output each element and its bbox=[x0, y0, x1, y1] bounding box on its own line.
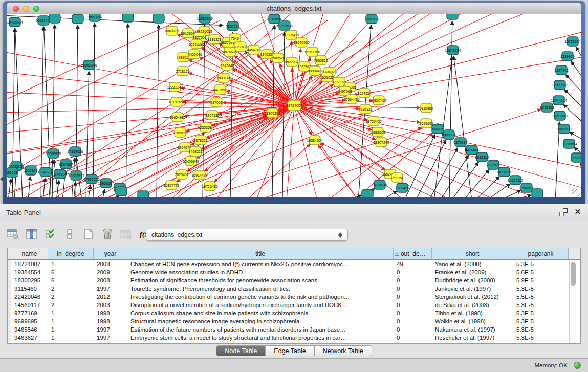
cell-short: Yano et al. (2008) bbox=[432, 260, 513, 268]
graph-node-label: 16033809 bbox=[197, 17, 212, 20]
cell-name: 14569117 bbox=[11, 301, 48, 309]
network-canvas[interactable]: 1872400718300295193845548860123891295518… bbox=[7, 14, 581, 197]
graph-node-label: 917003 bbox=[210, 101, 222, 104]
black-edge bbox=[429, 148, 458, 197]
cell-in_degree: 1 bbox=[48, 317, 94, 325]
graph-node-label: 8990448 bbox=[308, 69, 321, 73]
graph-node-label: 8822037 bbox=[285, 60, 298, 64]
graph-node-label: 12942737 bbox=[37, 170, 53, 174]
graph-node-label: 1145194 bbox=[53, 172, 67, 176]
column-header-pagerank[interactable]: pagerank bbox=[513, 248, 569, 259]
column-header-out_degree[interactable]: △out_de… bbox=[394, 248, 432, 259]
table-row[interactable]: 911546021997Tourette syndrome. Phenomeno… bbox=[8, 285, 580, 293]
cell-rowstrip bbox=[8, 260, 11, 268]
graph-node[interactable] bbox=[153, 14, 164, 23]
graph-node-label: 8912955 bbox=[181, 32, 194, 35]
graph-node-label: 7857224 bbox=[226, 25, 239, 28]
table-row[interactable]: 1830029562008Estimation of significance … bbox=[8, 276, 580, 285]
graph-node[interactable] bbox=[447, 14, 458, 19]
column-header-title[interactable]: title bbox=[127, 248, 394, 259]
cell-in_degree: 2 bbox=[48, 301, 94, 309]
close-panel-icon[interactable]: ✕ bbox=[574, 207, 581, 216]
row-height-button[interactable] bbox=[62, 227, 77, 242]
graph-node[interactable] bbox=[532, 189, 543, 197]
window-title: citations_edges.txt bbox=[7, 5, 581, 12]
tab-edge-table[interactable]: Edge Table bbox=[266, 345, 314, 356]
graph-node-label: 19716485 bbox=[202, 185, 217, 188]
column-header-rowstrip[interactable] bbox=[8, 248, 11, 259]
cell-short: Dudbridge et al. (2008) bbox=[432, 276, 513, 285]
table-row[interactable]: 2242004622012Investigating the contribut… bbox=[8, 293, 580, 301]
column-header-year[interactable]: year bbox=[94, 248, 127, 259]
graph-node-label: 8186328 bbox=[207, 38, 221, 41]
cell-pagerank: 5.3E-5 bbox=[513, 301, 569, 309]
cell-out_degree: 0 bbox=[394, 276, 432, 285]
table-row[interactable]: 946554611997Estimation of the future num… bbox=[8, 325, 580, 334]
float-panel-icon[interactable] bbox=[559, 208, 568, 216]
table-row[interactable]: 1872400712008Changes of HCN gene express… bbox=[8, 260, 580, 268]
graph-node-label: 19384554 bbox=[307, 139, 322, 142]
canvas-resize-grip[interactable] bbox=[572, 189, 580, 196]
cell-name: 9463627 bbox=[11, 334, 48, 342]
graph-node-label: 19166825 bbox=[172, 131, 188, 135]
column-header-in_degree[interactable]: in_degree bbox=[48, 248, 94, 259]
cell-rowstrip bbox=[8, 276, 11, 285]
graph-node-label: 7625402 bbox=[175, 173, 188, 177]
graph-node-label: 15751074 bbox=[564, 40, 580, 43]
graph-node-label: 252254 bbox=[391, 176, 403, 180]
graph-node[interactable] bbox=[138, 191, 149, 197]
network-table-dropdown[interactable]: citations_edges.txt bbox=[146, 229, 348, 241]
cell-pagerank: 5.5E-5 bbox=[513, 293, 569, 301]
graph-node-label: 9875685 bbox=[223, 50, 236, 54]
graph-node[interactable] bbox=[116, 187, 127, 196]
table-header: namein_degreeyeartitle△out_de…shortpager… bbox=[8, 248, 580, 260]
graph-node-label: 8427552 bbox=[213, 88, 227, 92]
graph-node-label: 16543382 bbox=[188, 42, 204, 46]
graph-node-label: 9397587 bbox=[59, 163, 73, 166]
vertical-scrollbar[interactable] bbox=[569, 260, 577, 343]
cell-out_degree: 0 bbox=[394, 325, 432, 334]
cell-name: 19384554 bbox=[11, 268, 48, 276]
graph-node-label: 12353584 bbox=[198, 126, 213, 129]
cell-rowstrip bbox=[8, 325, 11, 334]
graph-node[interactable] bbox=[122, 14, 134, 22]
cell-name: 18300295 bbox=[11, 276, 48, 285]
column-header-name[interactable]: name bbox=[11, 248, 48, 259]
column-header-short[interactable]: short bbox=[432, 248, 513, 259]
select-rows-button[interactable] bbox=[43, 227, 58, 242]
graph-node-label: 14136141 bbox=[372, 183, 387, 187]
cell-in_degree: 6 bbox=[48, 268, 94, 276]
table-row[interactable]: 977716911998Corpus callosum shape and si… bbox=[8, 309, 580, 317]
create-column-button[interactable] bbox=[81, 227, 96, 242]
memory-ok-indicator[interactable] bbox=[574, 362, 581, 369]
scrollbar-thumb[interactable] bbox=[571, 262, 576, 286]
graph-node[interactable] bbox=[72, 14, 83, 24]
tab-node-table[interactable]: Node Table bbox=[216, 345, 266, 356]
cell-name: 9115460 bbox=[11, 285, 48, 293]
table-options-button[interactable] bbox=[5, 227, 20, 242]
tab-network-table[interactable]: Network Table bbox=[315, 345, 372, 356]
graph-node-label: 2867608 bbox=[233, 45, 247, 49]
graph-node[interactable] bbox=[362, 189, 373, 197]
graph-node-label: 8958924 bbox=[442, 133, 455, 137]
panel-collapse-arrow-icon[interactable] bbox=[0, 177, 3, 182]
graph-node-label: 12409949 bbox=[183, 160, 199, 163]
graph-node-label: 18724007 bbox=[286, 104, 302, 107]
table-row[interactable]: 946362711997Embryonic stem cells: a mode… bbox=[8, 334, 580, 342]
delete-column-button[interactable] bbox=[100, 227, 115, 242]
table-row[interactable]: 969969511998Structural magnetic resonanc… bbox=[8, 317, 580, 325]
graph-node[interactable] bbox=[49, 14, 60, 23]
graph-node-label: 12093852 bbox=[552, 83, 568, 87]
cell-short: de Silva et al. (2003) bbox=[432, 301, 513, 309]
cell-year: 1997 bbox=[94, 325, 127, 334]
black-edge bbox=[74, 182, 76, 197]
table-row[interactable]: 1938455462009Genome-wide association stu… bbox=[8, 268, 580, 276]
cell-title: Structural magnetic resonance image aver… bbox=[127, 317, 394, 325]
graph-node-label: 9827503 bbox=[192, 36, 206, 39]
graph-node-label: 8813054 bbox=[267, 17, 281, 21]
show-columns-button[interactable] bbox=[24, 227, 39, 242]
graph-node-label: 8860123 bbox=[165, 29, 179, 33]
table-row[interactable]: 1456911722003Disruption of a novel membe… bbox=[8, 301, 580, 309]
window-titlebar[interactable]: citations_edges.txt bbox=[7, 3, 581, 14]
graph-node-label: 19218596 bbox=[276, 24, 292, 28]
